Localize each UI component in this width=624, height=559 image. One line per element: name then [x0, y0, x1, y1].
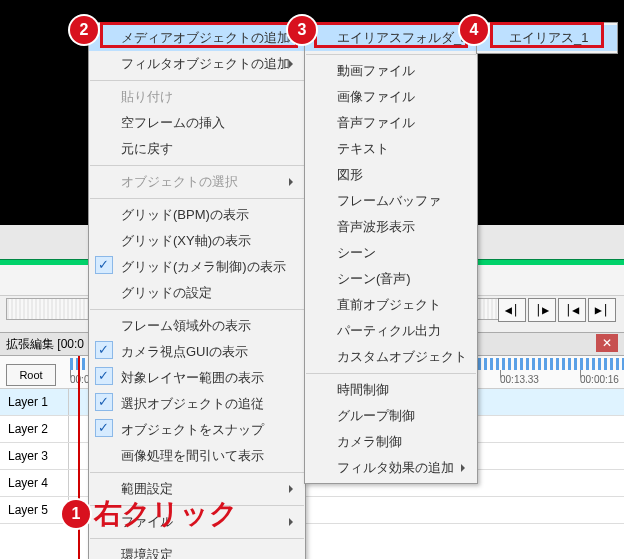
- menu-item[interactable]: 画像処理を間引いて表示: [89, 443, 305, 469]
- menu-item-label: フレームバッファ: [337, 193, 441, 208]
- menu-item-label: 画像ファイル: [337, 89, 415, 104]
- menu-item[interactable]: グリッド(XY軸)の表示: [89, 228, 305, 254]
- menu-item[interactable]: ファイル: [89, 509, 305, 535]
- menu-item[interactable]: オブジェクトをスナップ: [89, 417, 305, 443]
- menu-item[interactable]: フレームバッファ: [305, 188, 477, 214]
- menu-item[interactable]: 動画ファイル: [305, 58, 477, 84]
- menu-item-label: フィルタ効果の追加: [337, 460, 454, 475]
- menu-item[interactable]: 範囲設定: [89, 476, 305, 502]
- menu-item-label: グループ制御: [337, 408, 415, 423]
- menu-item-label: 範囲設定: [121, 481, 173, 496]
- check-icon: [95, 367, 113, 385]
- close-icon[interactable]: ✕: [596, 334, 618, 352]
- menu-item-label: エイリアス_1: [509, 30, 588, 45]
- menu-item[interactable]: 元に戻す: [89, 136, 305, 162]
- menu-item-label: フィルタオブジェクトの追加: [121, 56, 290, 71]
- layer-label: Layer 4: [0, 470, 69, 496]
- play-button[interactable]: |▶: [528, 298, 556, 322]
- playhead[interactable]: [78, 356, 80, 559]
- menu-item-label: グリッド(カメラ制御)の表示: [121, 259, 286, 274]
- menu-item[interactable]: カメラ制御: [305, 429, 477, 455]
- menu-item-label: グリッドの設定: [121, 285, 212, 300]
- menu-item-label: 空フレームの挿入: [121, 115, 225, 130]
- menu-item[interactable]: シーン(音声): [305, 266, 477, 292]
- menu-item-label: 画像処理を間引いて表示: [121, 448, 264, 463]
- menu-item[interactable]: カスタムオブジェクト: [305, 344, 477, 370]
- menu-item[interactable]: 空フレームの挿入: [89, 110, 305, 136]
- menu-item[interactable]: グループ制御: [305, 403, 477, 429]
- menu-item-label: エイリアスフォルダ_1: [337, 30, 468, 45]
- menu-item-label: パーティクル出力: [337, 323, 441, 338]
- menu-item-label: 選択オブジェクトの追従: [121, 396, 264, 411]
- menu-item-label: カメラ視点GUIの表示: [121, 344, 248, 359]
- menu-item[interactable]: メディアオブジェクトの追加: [89, 25, 305, 51]
- menu-item: オブジェクトの選択: [89, 169, 305, 195]
- layer-label: Layer 3: [0, 443, 69, 469]
- menu-item-label: 図形: [337, 167, 363, 182]
- transport-controls: ◀| |▶ |◀ ▶|: [498, 298, 616, 322]
- layer-label: Layer 1: [0, 389, 69, 415]
- menu-item[interactable]: エイリアス_1: [477, 25, 617, 51]
- menu-item-label: ファイル: [121, 514, 173, 529]
- menu-item-label: 直前オブジェクト: [337, 297, 441, 312]
- menu-item[interactable]: 選択オブジェクトの追従: [89, 391, 305, 417]
- menu-item[interactable]: 図形: [305, 162, 477, 188]
- menu-item[interactable]: 直前オブジェクト: [305, 292, 477, 318]
- menu-item[interactable]: グリッドの設定: [89, 280, 305, 306]
- menu-item[interactable]: シーン: [305, 240, 477, 266]
- menu-item-label: グリッド(BPM)の表示: [121, 207, 249, 222]
- menu-item[interactable]: 時間制御: [305, 377, 477, 403]
- menu-item-label: グリッド(XY軸)の表示: [121, 233, 251, 248]
- root-button[interactable]: Root: [6, 364, 56, 386]
- media-object-submenu[interactable]: エイリアスフォルダ_1動画ファイル画像ファイル音声ファイルテキスト図形フレームバ…: [304, 22, 478, 484]
- menu-item-label: テキスト: [337, 141, 389, 156]
- menu-item[interactable]: パーティクル出力: [305, 318, 477, 344]
- menu-item-label: 音声ファイル: [337, 115, 415, 130]
- menu-item-label: 対象レイヤー範囲の表示: [121, 370, 264, 385]
- timeline-context-menu[interactable]: メディアオブジェクトの追加フィルタオブジェクトの追加貼り付け空フレームの挿入元に…: [88, 22, 306, 559]
- menu-item-label: 動画ファイル: [337, 63, 415, 78]
- menu-item-label: 時間制御: [337, 382, 389, 397]
- menu-item-label: メディアオブジェクトの追加: [121, 30, 290, 45]
- layer-label: Layer 5: [0, 497, 69, 523]
- menu-item-label: 音声波形表示: [337, 219, 415, 234]
- menu-item[interactable]: グリッド(カメラ制御)の表示: [89, 254, 305, 280]
- timecode-tick: 00:00:16: [580, 374, 619, 385]
- check-icon: [95, 393, 113, 411]
- menu-item[interactable]: フィルタオブジェクトの追加: [89, 51, 305, 77]
- menu-item-label: シーン: [337, 245, 376, 260]
- menu-item[interactable]: フレーム領域外の表示: [89, 313, 305, 339]
- alias-submenu[interactable]: エイリアス_1: [476, 22, 618, 54]
- menu-item[interactable]: 環境設定: [89, 542, 305, 559]
- goto-start-button[interactable]: |◀: [558, 298, 586, 322]
- prev-frame-button[interactable]: ◀|: [498, 298, 526, 322]
- menu-item-label: フレーム領域外の表示: [121, 318, 251, 333]
- menu-item-label: シーン(音声): [337, 271, 411, 286]
- menu-item-label: 環境設定: [121, 547, 173, 559]
- menu-item[interactable]: 音声ファイル: [305, 110, 477, 136]
- menu-item-label: 元に戻す: [121, 141, 173, 156]
- check-icon: [95, 341, 113, 359]
- menu-item[interactable]: フィルタ効果の追加: [305, 455, 477, 481]
- menu-item[interactable]: テキスト: [305, 136, 477, 162]
- menu-item-label: 貼り付け: [121, 89, 173, 104]
- goto-end-button[interactable]: ▶|: [588, 298, 616, 322]
- menu-item-label: オブジェクトをスナップ: [121, 422, 264, 437]
- menu-item[interactable]: グリッド(BPM)の表示: [89, 202, 305, 228]
- layer-label: Layer 2: [0, 416, 69, 442]
- menu-item[interactable]: 音声波形表示: [305, 214, 477, 240]
- menu-item[interactable]: エイリアスフォルダ_1: [305, 25, 477, 51]
- menu-item-label: オブジェクトの選択: [121, 174, 238, 189]
- menu-item-label: カスタムオブジェクト: [337, 349, 467, 364]
- menu-item: 貼り付け: [89, 84, 305, 110]
- check-icon: [95, 419, 113, 437]
- menu-item-label: カメラ制御: [337, 434, 402, 449]
- timecode-tick: 00:13.33: [500, 374, 539, 385]
- check-icon: [95, 256, 113, 274]
- menu-item[interactable]: カメラ視点GUIの表示: [89, 339, 305, 365]
- menu-item[interactable]: 対象レイヤー範囲の表示: [89, 365, 305, 391]
- menu-item[interactable]: 画像ファイル: [305, 84, 477, 110]
